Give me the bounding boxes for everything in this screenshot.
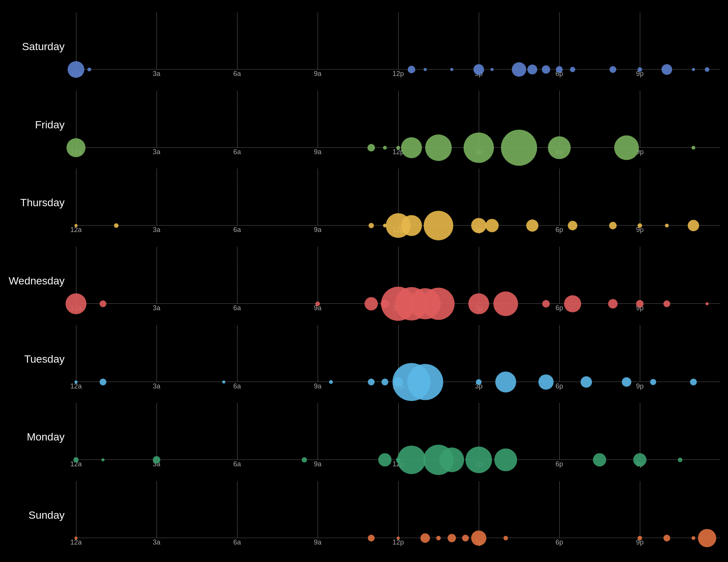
timeline-thursday: 12a3a6a9a12p3p6p9p bbox=[76, 169, 720, 237]
tick-label: 6a bbox=[233, 382, 241, 390]
tick-label: 3a bbox=[153, 148, 160, 156]
tick-label: 12a bbox=[70, 538, 82, 546]
bubble bbox=[100, 300, 106, 307]
dashed-grid-line bbox=[237, 169, 237, 226]
bubble bbox=[542, 300, 550, 308]
day-label-friday: Friday bbox=[0, 119, 76, 131]
bubble bbox=[638, 536, 642, 540]
bubble bbox=[68, 61, 84, 78]
day-row-wednesday: Wednesday12a3a6a9a12p3p6p9p bbox=[0, 247, 728, 315]
dashed-grid-line bbox=[76, 481, 76, 538]
bubble bbox=[705, 67, 709, 72]
dashed-grid-line bbox=[157, 247, 157, 304]
bubble bbox=[315, 302, 320, 306]
timeline-monday: 12a3a6a9a12p3p6p9p bbox=[76, 403, 720, 471]
dashed-grid-line bbox=[479, 481, 479, 538]
bubble bbox=[471, 218, 486, 233]
bubble bbox=[692, 146, 695, 150]
bubble bbox=[425, 134, 452, 161]
bubble bbox=[614, 135, 639, 160]
bubble bbox=[424, 68, 427, 71]
bubble bbox=[222, 380, 225, 384]
bubble bbox=[408, 66, 415, 73]
bubble bbox=[74, 224, 78, 227]
bubble bbox=[66, 138, 85, 157]
bubble bbox=[698, 529, 716, 547]
day-label-wednesday: Wednesday bbox=[0, 275, 76, 287]
bubble bbox=[663, 300, 670, 307]
bubble bbox=[383, 146, 387, 150]
bubble bbox=[609, 66, 616, 73]
bubble bbox=[368, 535, 375, 541]
dashed-grid-line bbox=[640, 169, 640, 226]
bubble bbox=[74, 380, 78, 384]
dashed-grid-line bbox=[157, 325, 157, 382]
bubble bbox=[568, 221, 578, 230]
bubble bbox=[369, 223, 374, 228]
tick-label: 6a bbox=[233, 226, 241, 234]
dashed-grid-line bbox=[559, 169, 560, 226]
bubble bbox=[329, 380, 333, 384]
bubble bbox=[494, 448, 517, 471]
tick-label: 12a bbox=[70, 226, 82, 234]
day-label-thursday: Thursday bbox=[0, 197, 76, 209]
bubble bbox=[407, 364, 443, 400]
bubble bbox=[153, 456, 160, 464]
bubble bbox=[397, 446, 426, 474]
day-row-saturday: Saturday12a3a6a9a12p3p6p9p bbox=[0, 13, 728, 81]
timeline-tuesday: 12a3a6a9a12p3p6p9p bbox=[76, 325, 720, 393]
bubble bbox=[73, 457, 79, 463]
dashed-grid-line bbox=[76, 169, 76, 226]
tick-label: 6a bbox=[233, 304, 241, 312]
tick-label: 9a bbox=[314, 382, 321, 390]
dashed-grid-line bbox=[318, 169, 318, 226]
bubble bbox=[662, 64, 672, 75]
tick-label: 6a bbox=[233, 148, 241, 156]
bubble bbox=[688, 220, 699, 231]
dashed-grid-line bbox=[237, 247, 237, 304]
bubble bbox=[462, 535, 469, 541]
bubble bbox=[424, 211, 453, 240]
dashed-grid-line bbox=[640, 403, 640, 460]
dashed-grid-line bbox=[76, 325, 76, 382]
bubble bbox=[101, 458, 104, 461]
bubble bbox=[465, 447, 492, 473]
bubble bbox=[378, 453, 391, 467]
bubble bbox=[538, 374, 554, 390]
bubble bbox=[468, 293, 489, 314]
bubble bbox=[638, 223, 642, 228]
bubble bbox=[100, 379, 106, 385]
bubble bbox=[593, 453, 606, 467]
bubble bbox=[706, 302, 709, 305]
dashed-grid-line bbox=[318, 403, 318, 460]
bubble bbox=[512, 62, 526, 77]
bubble bbox=[650, 379, 656, 385]
bubble bbox=[665, 224, 669, 227]
tick-label: 9a bbox=[314, 70, 321, 78]
day-row-friday: Friday12a3a6a9a12p3p6p9p bbox=[0, 91, 728, 159]
tick-label: 12a bbox=[70, 382, 82, 390]
bubble bbox=[570, 67, 575, 72]
dashed-grid-line bbox=[479, 13, 479, 69]
bubble bbox=[548, 136, 571, 159]
bubble bbox=[396, 146, 400, 150]
day-row-tuesday: Tuesday12a3a6a9a12p3p6p9p bbox=[0, 325, 728, 393]
bubble bbox=[464, 133, 494, 163]
dashed-grid-line bbox=[237, 325, 237, 382]
dashed-grid-line bbox=[479, 169, 479, 226]
bubble bbox=[609, 222, 617, 229]
bubble bbox=[581, 376, 592, 388]
bubble bbox=[636, 300, 644, 308]
tick-label: 3a bbox=[153, 304, 160, 312]
dashed-grid-line bbox=[318, 91, 318, 148]
bubble bbox=[663, 535, 670, 541]
dashed-grid-line bbox=[398, 481, 399, 538]
dashed-grid-line bbox=[640, 325, 640, 382]
bubble bbox=[66, 293, 87, 314]
bubble bbox=[501, 129, 537, 166]
bubble bbox=[503, 536, 508, 540]
dashed-grid-line bbox=[157, 481, 157, 538]
tick-label: 3a bbox=[153, 226, 160, 234]
dashed-grid-line bbox=[559, 13, 560, 69]
bubble bbox=[74, 537, 78, 540]
